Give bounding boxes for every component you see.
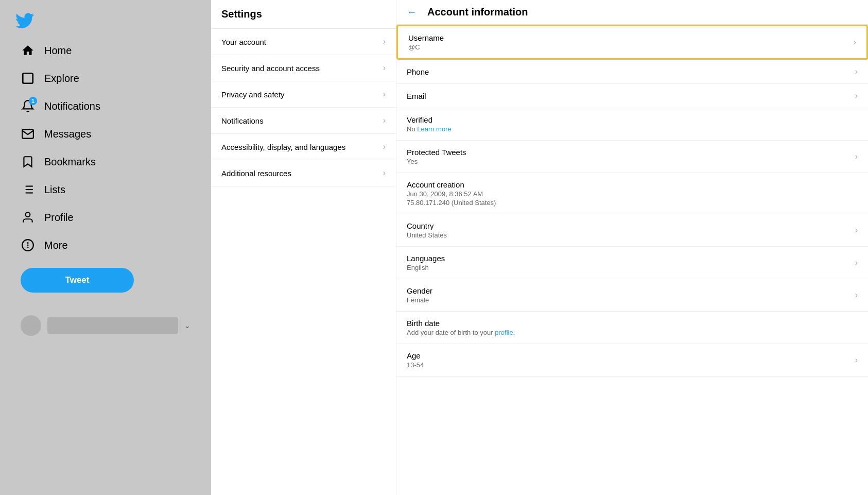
account-row-title-country: Country	[407, 221, 447, 230]
settings-item-label-notifications: Notifications	[221, 116, 264, 125]
settings-item-privacy[interactable]: Privacy and safety›	[211, 81, 396, 108]
lists-icon	[21, 182, 35, 197]
chevron-right-icon: ›	[854, 38, 856, 47]
account-row-content-verified: VerifiedNo Learn more	[407, 115, 452, 133]
back-button[interactable]: ←	[407, 6, 417, 18]
sidebar: HomeExplore1NotificationsMessagesBookmar…	[0, 0, 211, 495]
account-row-subtitle-languages: English	[407, 264, 445, 271]
sidebar-item-label-home: Home	[44, 45, 72, 57]
user-profile-mini[interactable]: ⌄	[12, 309, 199, 342]
account-row-gender[interactable]: GenderFemale›	[396, 279, 868, 312]
settings-item-your-account[interactable]: Your account›	[211, 29, 396, 55]
chevron-right-icon: ›	[855, 355, 858, 365]
account-row-content-gender: GenderFemale	[407, 286, 432, 304]
avatar	[21, 315, 41, 336]
sidebar-item-label-lists: Lists	[44, 184, 65, 196]
sidebar-item-bookmarks[interactable]: Bookmarks	[12, 148, 199, 175]
sidebar-item-label-explore: Explore	[44, 73, 79, 84]
account-row-country[interactable]: CountryUnited States›	[396, 214, 868, 247]
settings-item-accessibility[interactable]: Accessibility, display, and languages›	[211, 134, 396, 160]
sidebar-item-more[interactable]: More	[12, 232, 199, 259]
chevron-right-icon: ›	[855, 67, 858, 76]
account-row-subtitle-username: @C	[408, 43, 444, 51]
account-row-content-email: Email	[407, 92, 426, 100]
account-row-title-gender: Gender	[407, 286, 432, 295]
chevron-down-icon: ⌄	[184, 321, 190, 330]
messages-icon	[21, 127, 35, 141]
sidebar-item-profile[interactable]: Profile	[12, 204, 199, 231]
svg-point-7	[26, 212, 30, 217]
settings-title: Settings	[211, 0, 396, 29]
account-row-content-protected-tweets: Protected TweetsYes	[407, 148, 466, 165]
account-rows: Username@C›Phone›Email›VerifiedNo Learn …	[396, 25, 868, 377]
account-row-content-country: CountryUnited States	[407, 221, 447, 239]
settings-item-label-your-account: Your account	[221, 38, 266, 46]
account-row-link-verified[interactable]: Learn more	[417, 125, 451, 133]
settings-item-notifications[interactable]: Notifications›	[211, 108, 396, 134]
account-row-title-birth-date: Birth date	[407, 319, 515, 328]
account-row-subtitle-verified: No Learn more	[407, 125, 452, 133]
account-row-birth-date[interactable]: Birth dateAdd your date of birth to your…	[396, 312, 868, 344]
account-row-subtitle-protected-tweets: Yes	[407, 158, 466, 165]
account-row-phone[interactable]: Phone›	[396, 60, 868, 84]
explore-icon	[21, 71, 35, 86]
account-row-subtitle-birth-date: Add your date of birth to your profile.	[407, 329, 515, 336]
chevron-right-icon: ›	[855, 91, 858, 100]
settings-item-label-security: Security and account access	[221, 64, 320, 73]
account-row-protected-tweets[interactable]: Protected TweetsYes›	[396, 141, 868, 173]
settings-item-label-privacy: Privacy and safety	[221, 90, 285, 99]
account-row-subtitle-country: United States	[407, 231, 447, 239]
chevron-right-icon: ›	[383, 90, 386, 99]
account-panel: ← Account information Username@C›Phone›E…	[396, 0, 868, 495]
home-icon	[21, 43, 35, 58]
twitter-bird-icon	[15, 11, 34, 30]
notifications-icon: 1	[21, 99, 35, 113]
account-row-content-languages: LanguagesEnglish	[407, 254, 445, 271]
account-row-username[interactable]: Username@C›	[396, 25, 868, 60]
account-row-content-username: Username@C	[408, 33, 444, 51]
account-row-subtitle-gender: Female	[407, 296, 432, 304]
chevron-right-icon: ›	[383, 63, 386, 73]
account-row-title-age: Age	[407, 351, 424, 360]
chevron-right-icon: ›	[855, 291, 858, 300]
account-row-content-age: Age13-54	[407, 351, 424, 369]
account-row-content-account-creation: Account creationJun 30, 2009, 8:36:52 AM…	[407, 180, 496, 207]
settings-item-label-accessibility: Accessibility, display, and languages	[221, 143, 345, 151]
svg-point-9	[27, 243, 28, 243]
account-row-title-username: Username	[408, 33, 444, 42]
chevron-right-icon: ›	[855, 152, 858, 161]
account-header: ← Account information	[396, 0, 868, 25]
settings-item-security[interactable]: Security and account access›	[211, 55, 396, 81]
bookmarks-icon	[21, 155, 35, 169]
account-row-subtitle2-account-creation: 75.80.171.240 (United States)	[407, 199, 496, 207]
sidebar-item-lists[interactable]: Lists	[12, 176, 199, 203]
account-row-account-creation[interactable]: Account creationJun 30, 2009, 8:36:52 AM…	[396, 173, 868, 214]
chevron-right-icon: ›	[855, 258, 858, 267]
settings-panel: Settings Your account›Security and accou…	[211, 0, 396, 495]
account-row-link-birth-date[interactable]: profile.	[495, 329, 515, 336]
account-row-age[interactable]: Age13-54›	[396, 344, 868, 377]
chevron-right-icon: ›	[383, 116, 386, 125]
svg-point-10	[27, 245, 28, 245]
sidebar-item-label-bookmarks: Bookmarks	[44, 156, 96, 168]
sidebar-item-explore[interactable]: Explore	[12, 65, 199, 92]
account-row-content-phone: Phone	[407, 67, 429, 76]
sidebar-item-notifications[interactable]: 1Notifications	[12, 93, 199, 120]
account-row-languages[interactable]: LanguagesEnglish›	[396, 247, 868, 279]
sidebar-item-label-profile: Profile	[44, 212, 74, 224]
sidebar-item-label-messages: Messages	[44, 128, 91, 140]
sidebar-item-label-more: More	[44, 240, 68, 251]
tweet-button[interactable]: Tweet	[21, 268, 134, 293]
user-info	[47, 317, 178, 334]
account-row-email[interactable]: Email›	[396, 84, 868, 108]
sidebar-item-home[interactable]: Home	[12, 37, 199, 64]
account-row-title-languages: Languages	[407, 254, 445, 263]
svg-rect-0	[23, 73, 33, 83]
nav-list: HomeExplore1NotificationsMessagesBookmar…	[12, 37, 199, 260]
account-row-verified[interactable]: VerifiedNo Learn more	[396, 108, 868, 141]
twitter-logo[interactable]	[12, 8, 37, 33]
account-row-title-protected-tweets: Protected Tweets	[407, 148, 466, 157]
sidebar-item-messages[interactable]: Messages	[12, 121, 199, 147]
chevron-right-icon: ›	[383, 37, 386, 46]
settings-item-additional[interactable]: Additional resources›	[211, 160, 396, 186]
